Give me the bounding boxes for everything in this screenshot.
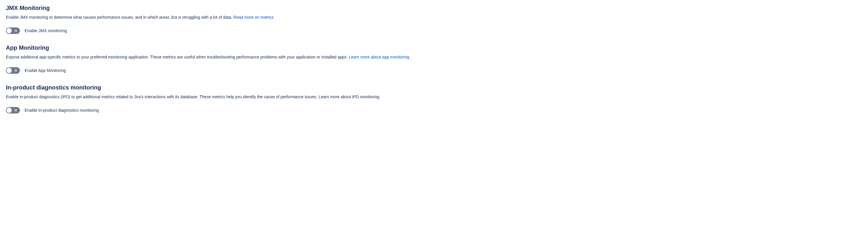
description-text-ipd: Enable in-product diagnostics (IPD) to g… xyxy=(6,95,380,99)
toggle-knob xyxy=(6,68,12,73)
toggle-knob xyxy=(6,108,12,113)
toggle-ipd-monitoring[interactable] xyxy=(6,107,20,113)
close-icon xyxy=(14,29,17,32)
section-description-jmx: Enable JMX monitoring to determine what … xyxy=(6,14,862,21)
section-title-jmx: JMX Monitoring xyxy=(6,5,862,11)
toggle-knob xyxy=(6,28,12,33)
toggle-jmx-monitoring[interactable] xyxy=(6,28,20,34)
link-read-more-metrics[interactable]: Read more on metrics xyxy=(233,15,274,20)
toggle-app-monitoring[interactable] xyxy=(6,67,20,74)
toggle-row-jmx: Enable JMX monitoring xyxy=(6,28,862,34)
section-description-app: Expose additional app-specific metrics t… xyxy=(6,54,862,60)
section-title-app: App Monitoring xyxy=(6,44,862,51)
toggle-label-ipd: Enable In-product diagnostics monitoring xyxy=(25,108,99,113)
toggle-label-jmx: Enable JMX monitoring xyxy=(25,28,67,33)
toggle-label-app: Enable App Monitoring xyxy=(25,68,66,73)
toggle-row-app: Enable App Monitoring xyxy=(6,67,862,74)
section-app-monitoring: App Monitoring Expose additional app-spe… xyxy=(6,44,862,74)
link-learn-app-monitoring[interactable]: Learn more about app monitoring xyxy=(349,55,409,59)
section-ipd-monitoring: In-product diagnostics monitoring Enable… xyxy=(6,84,862,113)
description-text-app: Expose additional app-specific metrics t… xyxy=(6,55,349,59)
close-icon xyxy=(14,109,17,112)
section-title-ipd: In-product diagnostics monitoring xyxy=(6,84,862,91)
toggle-row-ipd: Enable In-product diagnostics monitoring xyxy=(6,107,862,113)
close-icon xyxy=(14,69,17,72)
section-description-ipd: Enable in-product diagnostics (IPD) to g… xyxy=(6,94,862,100)
section-jmx-monitoring: JMX Monitoring Enable JMX monitoring to … xyxy=(6,5,862,34)
description-text-jmx: Enable JMX monitoring to determine what … xyxy=(6,15,233,20)
